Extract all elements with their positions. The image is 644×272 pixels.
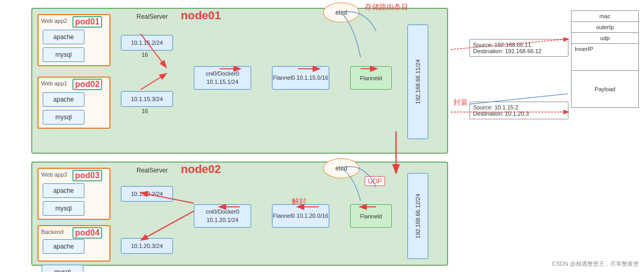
packet-payload: Payload: [572, 71, 638, 107]
packet-mac: mac: [572, 11, 638, 22]
veth-label-02: 16: [142, 108, 148, 114]
pod03-box: Web app3 pod03 apache mysql: [38, 168, 110, 220]
etcd-node02-label: etcd: [336, 165, 348, 172]
pod01-box: Web app2 pod01 apache mysql: [38, 14, 110, 66]
node01-ip-vert-label: 192.168.66.11/24: [415, 59, 421, 104]
pod01-app-label: Web app2: [41, 18, 67, 24]
node02-ip-vert-label: 192.168.66.12/24: [415, 194, 421, 239]
outer-ip-info: Source: 192.168.66.11 Destination: 192.1…: [469, 39, 568, 57]
packet-table: mac outerIp udp InnerIP Payload: [571, 10, 639, 108]
node02-cni0: cni0/Docker0 10.1.20.1/24: [194, 204, 251, 228]
pod02-apache: apache: [43, 92, 84, 107]
inner-ip-src: Source: 10.1.15.2: [473, 104, 565, 110]
node01-cni0: cni0/Docker0 10.1.15.1/24: [194, 66, 251, 90]
node01-flanneld-label: Flanneld: [360, 75, 382, 81]
node02-node-label: node02: [181, 163, 221, 176]
pod02-app-label: Web app1: [41, 80, 67, 86]
node02-flanneld: Flanneld: [350, 204, 392, 228]
inner-ip-dst: Destination: 10.1.20.3: [473, 110, 565, 117]
pod03-name-label: pod03: [72, 170, 102, 181]
node02-ip-interface: 192.168.66.12/24: [407, 173, 428, 259]
storage-route-annotation: 存储路由条目: [365, 3, 408, 12]
veth-label-01: 16: [142, 52, 148, 58]
pod04-veth-ip: 10.1.20.3/24: [121, 238, 173, 254]
pod01-veth-ip: 10.1.15.2/24: [121, 35, 173, 51]
node01-box: RealServer node01 Web app2 pod01 apache …: [31, 8, 448, 154]
pod04-app-label: Backend: [41, 229, 64, 235]
pod01-name-label: pod01: [72, 16, 102, 28]
pod03-mysql: mysql: [43, 201, 84, 216]
packet-inner-ip: InnerIP: [572, 44, 638, 71]
pod03-apache: apache: [43, 183, 84, 198]
pod02-box: Web app1 pod02 apache mysql: [38, 77, 110, 129]
node02-cni0-label: cni0/Docker0 10.1.20.1/24: [194, 208, 251, 224]
node01-realserver-label: RealServer: [137, 13, 168, 20]
pod04-apache: apache: [43, 239, 84, 254]
pod04-name-label: pod04: [72, 227, 102, 239]
node02-flannel0-label: Flannel0 10.1.20.0/16: [273, 212, 328, 220]
packet-udp: udp: [572, 33, 638, 44]
pod03-veth-ip: 10.1.20.2/24: [121, 186, 173, 202]
node02-box: RealServer node02 Web app3 pod03 apache …: [31, 162, 448, 266]
watermark: CSDN @相遇蟹堡王，尽享蟹黄堡: [552, 260, 639, 268]
pod02-veth-ip: 10.1.15.3/24: [121, 91, 173, 107]
node01-flannel0: Flannel0 10.1.15.0/16: [272, 66, 329, 90]
packet-outer-ip: outerIp: [572, 22, 638, 33]
node01-flannel0-label: Flannel0 10.1.15.0/16: [273, 74, 328, 82]
node01-cni0-label: cni0/Docker0 10.1.15.1/24: [194, 70, 251, 86]
pod03-app-label: Web app3: [41, 171, 67, 178]
node01-flanneld: Flanneld: [350, 66, 392, 90]
pod02-name-label: pod02: [72, 79, 102, 90]
pod04-mysql: mysql: [42, 265, 83, 272]
node01-node-label: node01: [181, 9, 221, 22]
pod04-box: Backend pod04 apache: [38, 225, 110, 262]
decap-annotation: 解封: [292, 197, 306, 206]
inner-ip-info: Source: 10.1.15.2 Destination: 10.1.20.3: [469, 102, 568, 119]
etcd-node01: etcd: [323, 3, 360, 22]
pod02-mysql: mysql: [43, 110, 84, 125]
etcd-node01-label: etcd: [336, 9, 348, 16]
node02-realserver-label: RealServer: [137, 167, 168, 174]
node02-flannel0: Flannel0 10.1.20.0/16: [272, 204, 329, 228]
encap-annotation: 封装: [453, 98, 468, 107]
outer-ip-dst: Destination: 192.168.66.12: [473, 48, 565, 54]
udp-label: UDP: [365, 176, 385, 186]
node02-flanneld-label: Flanneld: [360, 213, 382, 219]
diagram-area: RealServer node01 Web app2 pod01 apache …: [0, 0, 644, 272]
node01-ip-interface: 192.168.66.11/24: [407, 24, 428, 139]
etcd-node02: etcd: [323, 158, 360, 178]
outer-ip-src: Source: 192.168.66.11: [473, 42, 565, 48]
pod01-apache: apache: [43, 30, 84, 44]
pod01-mysql: mysql: [43, 47, 84, 62]
